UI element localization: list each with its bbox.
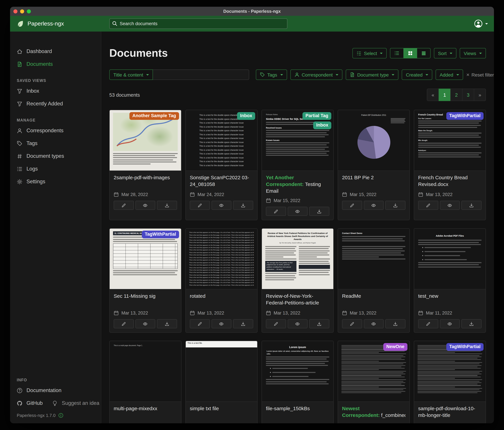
sidebar-item-recently-added[interactable]: Recently Added xyxy=(10,97,101,110)
download-document-button[interactable] xyxy=(157,201,177,210)
document-thumbnail[interactable]: This is a multi page document. Page 1. xyxy=(110,341,181,402)
tag-badge[interactable]: Inbox xyxy=(313,122,331,129)
correspondent-filter-button[interactable]: Correspondent xyxy=(290,69,342,80)
sidebar-item-documentation[interactable]: Documentation xyxy=(10,384,101,397)
edit-document-button[interactable] xyxy=(114,201,134,210)
view-document-button[interactable] xyxy=(364,201,384,210)
view-grid-button[interactable] xyxy=(403,48,417,58)
document-thumbnail[interactable]: Another Sample Tag xyxy=(110,110,181,171)
document-title[interactable]: ReadMe xyxy=(342,293,405,307)
document-title[interactable]: rotated xyxy=(190,293,253,307)
edit-document-button[interactable] xyxy=(190,319,210,328)
view-list-button[interactable] xyxy=(390,48,404,58)
tag-badge[interactable]: Inbox xyxy=(237,112,255,120)
download-document-button[interactable] xyxy=(309,207,329,216)
pagination-page-3[interactable]: 3 xyxy=(462,89,474,101)
tag-badge[interactable]: TagWithPartial xyxy=(142,231,179,239)
document-title[interactable]: file-sample_150kBs xyxy=(266,405,329,419)
sidebar-item-dashboard[interactable]: Dashboard xyxy=(10,45,101,58)
edit-document-button[interactable] xyxy=(190,201,210,210)
created-filter-button[interactable]: Created xyxy=(402,69,432,80)
sort-button[interactable]: Sort xyxy=(434,48,456,58)
added-filter-button[interactable]: Added xyxy=(436,69,463,80)
document-title[interactable]: 2011 BP Pie 2 xyxy=(342,174,405,188)
document-title[interactable]: Newest Correspondent:f_combineds xyxy=(342,405,405,419)
document-thumbnail[interactable]: Adobe Acrobat PDF Files xyxy=(414,229,486,290)
correspondent-link[interactable]: Yet Another Correspondent: xyxy=(266,175,304,187)
tags-filter-button[interactable]: Tags xyxy=(256,69,287,80)
document-title[interactable]: Review-of-New-York-Federal-Petitions-art… xyxy=(266,293,329,307)
reset-filters-button[interactable]: Reset filters xyxy=(466,72,494,77)
edit-document-button[interactable] xyxy=(266,207,286,216)
pagination-page-1[interactable]: 1 xyxy=(439,89,451,101)
window-close-button[interactable] xyxy=(13,9,18,13)
view-document-button[interactable] xyxy=(135,201,155,210)
edit-document-button[interactable] xyxy=(114,319,134,328)
download-document-button[interactable] xyxy=(233,319,253,328)
tag-badge[interactable]: TagWithPartial xyxy=(446,343,484,351)
document-type-filter-button[interactable]: Document type xyxy=(346,69,398,80)
edit-document-button[interactable] xyxy=(418,201,438,210)
document-title[interactable]: Sonstige ScanPC2022 03-24_081058 xyxy=(190,174,253,188)
document-thumbnail[interactable]: This is a test for the double space char… xyxy=(186,110,257,171)
edit-document-button[interactable] xyxy=(342,319,362,328)
title-content-input[interactable] xyxy=(153,69,249,80)
view-document-button[interactable] xyxy=(440,319,460,328)
document-title[interactable]: sample-pdf-download-10-mb-longer-title xyxy=(418,405,482,419)
sidebar-item-tags[interactable]: Tags xyxy=(10,137,101,150)
info-circle-icon[interactable] xyxy=(58,413,63,418)
document-thumbnail[interactable]: This is the text that appears on the fir… xyxy=(186,229,257,290)
tag-badge[interactable]: Partial Tag xyxy=(302,112,331,120)
document-thumbnail[interactable]: Contact Sheet Demo xyxy=(338,229,409,290)
download-document-button[interactable] xyxy=(462,319,482,328)
edit-document-button[interactable] xyxy=(342,201,362,210)
document-thumbnail[interactable]: Review of New York Federal Petitions for… xyxy=(262,229,333,290)
global-search-input[interactable] xyxy=(109,19,287,29)
document-title[interactable]: test_new xyxy=(418,293,482,307)
sidebar-item-suggest-idea[interactable]: Suggest an idea xyxy=(45,397,102,410)
sidebar-item-documents[interactable]: Documents xyxy=(10,58,101,71)
sidebar-item-github[interactable]: GitHub xyxy=(10,397,45,410)
sidebar-item-settings[interactable]: Settings xyxy=(10,175,101,188)
window-zoom-button[interactable] xyxy=(27,9,31,13)
download-document-button[interactable] xyxy=(462,201,482,210)
document-thumbnail[interactable]: Patient BP Distribution 2011 xyxy=(338,110,409,171)
window-minimize-button[interactable] xyxy=(20,9,24,13)
sidebar-item-document-types[interactable]: Document types xyxy=(10,150,101,162)
correspondent-link[interactable]: Newest Correspondent: xyxy=(342,406,380,418)
document-thumbnail[interactable]: French Country BreadFor the Leaven:Make … xyxy=(414,110,486,171)
document-title[interactable]: Yet Another Correspondent:Testing Email xyxy=(266,174,329,194)
download-document-button[interactable] xyxy=(309,319,329,328)
document-title[interactable]: French Country Bread Revised.docx xyxy=(418,174,482,188)
view-document-button[interactable] xyxy=(211,201,231,210)
document-thumbnail[interactable]: TagWithPartial xyxy=(414,341,486,402)
download-document-button[interactable] xyxy=(386,319,405,328)
pagination-prev[interactable]: « xyxy=(427,89,439,101)
view-document-button[interactable] xyxy=(288,319,307,328)
sidebar-item-inbox[interactable]: Inbox xyxy=(10,84,101,97)
app-brand[interactable]: Paperless-ngx xyxy=(10,20,64,27)
download-document-button[interactable] xyxy=(233,201,253,210)
user-menu[interactable] xyxy=(474,19,488,28)
document-thumbnail[interactable]: This is a test file. xyxy=(186,341,257,402)
download-document-button[interactable] xyxy=(157,319,177,328)
document-thumbnail[interactable]: NewOne xyxy=(338,341,409,402)
pagination-page-2[interactable]: 2 xyxy=(450,89,462,101)
document-title[interactable]: multi-page-mixedxx xyxy=(114,405,177,419)
sidebar-item-correspondents[interactable]: Correspondents xyxy=(10,124,101,137)
select-button[interactable]: Select xyxy=(353,48,387,58)
edit-document-button[interactable] xyxy=(266,319,286,328)
document-title[interactable]: Sec 11-Missing sig xyxy=(114,293,177,307)
view-document-button[interactable] xyxy=(440,201,460,210)
document-title[interactable]: simple txt file xyxy=(190,405,253,419)
sidebar-item-logs[interactable]: Logs xyxy=(10,162,101,175)
view-document-button[interactable] xyxy=(211,319,231,328)
view-document-button[interactable] xyxy=(135,319,155,328)
download-document-button[interactable] xyxy=(386,201,405,210)
view-document-button[interactable] xyxy=(288,207,307,216)
view-details-button[interactable] xyxy=(417,48,431,58)
view-document-button[interactable] xyxy=(364,319,384,328)
document-thumbnail[interactable]: Lorem ipsumLorem ipsum dolor sit amet, c… xyxy=(262,341,333,402)
tag-badge[interactable]: Another Sample Tag xyxy=(129,112,179,120)
document-thumbnail[interactable]: 11. CONTINUING MEDICAL EDUCATION TagWith… xyxy=(110,229,181,290)
